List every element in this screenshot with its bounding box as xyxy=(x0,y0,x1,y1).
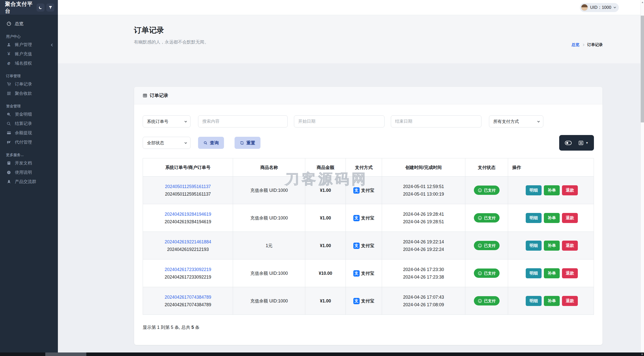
refund-button[interactable]: 退款 xyxy=(562,185,578,195)
chevron-down-icon xyxy=(537,120,540,122)
theme-button[interactable] xyxy=(46,4,54,12)
col-method: 支付方式 xyxy=(346,158,382,176)
vertical-scrollbar-thumb[interactable] xyxy=(641,16,644,122)
table-summary: 显示第 1 到第 5 条, 总共 5 条 xyxy=(143,324,594,330)
detail-button[interactable]: 明细 xyxy=(526,241,542,251)
merchant-order-no: 2024042617074384789 xyxy=(165,302,211,307)
status-select[interactable]: 全部状态 xyxy=(143,137,191,149)
sidebar-item-payout-manage[interactable]: 代付管理 xyxy=(0,138,58,147)
order-number-link[interactable]: 2024042617233092219 xyxy=(143,266,233,273)
order-number-link[interactable]: 2024050112595161137 xyxy=(143,183,233,190)
dark-mode-button[interactable] xyxy=(36,4,45,12)
refresh-icon xyxy=(240,141,244,145)
product-name: 1元 xyxy=(233,232,305,259)
columns-dropdown-button[interactable]: ▼ xyxy=(578,140,588,146)
list-icon xyxy=(578,140,584,146)
merchant-order-no: 2024042619284194619 xyxy=(165,219,211,224)
supplement-button[interactable]: 补单 xyxy=(544,268,560,278)
sidebar-item-label: 域名授权 xyxy=(15,60,32,66)
supplement-button[interactable]: 补单 xyxy=(544,296,560,306)
sidebar-section-user: 用户中心 xyxy=(0,33,58,40)
sidebar-item-dev-docs[interactable]: 开发文档 xyxy=(0,158,58,168)
user-menu[interactable]: UID：1000 xyxy=(580,3,619,12)
product-name: 充值余额 UID:1000 xyxy=(233,204,305,232)
alipay-icon: 支 xyxy=(353,298,360,304)
reset-button[interactable]: 重置 xyxy=(235,137,260,149)
start-date-input[interactable] xyxy=(294,115,385,127)
refund-button[interactable]: 退款 xyxy=(562,213,578,223)
sidebar-item-aggregate-collect[interactable]: 聚合收款 xyxy=(0,89,58,98)
detail-button[interactable]: 明细 xyxy=(526,296,542,306)
sidebar-item-account-recharge[interactable]: ¥ 账户充值 xyxy=(0,49,58,59)
order-number-link[interactable]: 2024042617074384789 xyxy=(143,293,233,301)
status-badge: 已支付 xyxy=(474,186,500,195)
merchant-order-no: 2024050112595161137 xyxy=(165,192,211,197)
sidebar-item-label: 资金明细 xyxy=(15,111,32,117)
order-type-select[interactable]: 系统订单号 xyxy=(143,115,191,127)
table-row: 20240426192841946192024042619284194619 充… xyxy=(143,204,594,232)
chevron-down-icon xyxy=(184,141,187,144)
search-icon xyxy=(6,121,12,126)
times: 2024-04-26 17:07:432024-04-26 17:08:09 xyxy=(382,287,465,315)
table-row: 20240501125951611372024050112595161137 充… xyxy=(143,176,594,204)
amount: ¥10.00 xyxy=(305,259,346,287)
times: 2024-04-26 19:28:412024-04-26 19:28:51 xyxy=(382,204,465,232)
supplement-button[interactable]: 补单 xyxy=(544,213,560,223)
caret-down-icon: ▼ xyxy=(586,141,588,144)
pay-method-select[interactable]: 所有支付方式 xyxy=(489,115,543,127)
supplement-button[interactable]: 补单 xyxy=(544,241,560,251)
moon-icon xyxy=(39,6,43,10)
detail-button[interactable]: 明细 xyxy=(526,213,542,223)
filter-row-2: 全部状态 查询 重置 xyxy=(143,135,594,151)
sidebar-item-fund-details[interactable]: $ 资金明细 xyxy=(0,110,58,119)
detail-button[interactable]: 明细 xyxy=(526,185,542,195)
dashboard-icon xyxy=(6,21,12,26)
search-input[interactable] xyxy=(198,115,288,127)
fullscreen-toggle[interactable] xyxy=(565,141,572,145)
status-badge: 已支付 xyxy=(474,269,500,278)
alipay-icon: 支 xyxy=(353,215,360,221)
sidebar-item-usage-guide[interactable]: ? 使用说明 xyxy=(0,168,58,177)
product-name: 充值余额 UID:1000 xyxy=(233,176,305,204)
sidebar-item-label: 总览 xyxy=(15,21,23,27)
sidebar-item-withdraw[interactable]: 余额提现 xyxy=(0,128,58,138)
scroll-up-arrow[interactable]: ▲ xyxy=(641,1,644,4)
sidebar-item-account-manage[interactable]: 账户管理 xyxy=(0,40,58,49)
supplement-button[interactable]: 补单 xyxy=(544,185,560,195)
sidebar-item-label: 聚合收款 xyxy=(15,91,32,96)
book-icon xyxy=(6,161,12,165)
refund-button[interactable]: 退款 xyxy=(562,296,578,306)
status-badge: 已支付 xyxy=(474,241,500,250)
scroll-down-arrow[interactable]: ▼ xyxy=(641,353,643,356)
order-number-link[interactable]: 2024042619221461884 xyxy=(143,238,233,246)
refund-button[interactable]: 退款 xyxy=(562,241,578,251)
query-button[interactable]: 查询 xyxy=(198,137,224,149)
sidebar-section-order: 订单管理 xyxy=(0,72,58,79)
horizontal-scrollbar[interactable]: ▼ xyxy=(0,352,644,356)
order-number-link[interactable]: 2024042619284194619 xyxy=(143,210,233,218)
sidebar-item-domain-auth[interactable]: e 域名授权 xyxy=(0,59,58,68)
merchant-order-no: 2024042617233092219 xyxy=(165,275,211,280)
vertical-scrollbar[interactable]: ▲ xyxy=(640,0,644,352)
sidebar-item-label: 余额提现 xyxy=(15,130,32,136)
topbar: UID：1000 xyxy=(58,0,640,15)
horizontal-scrollbar-thumb[interactable] xyxy=(45,352,86,356)
status-badge: 已支付 xyxy=(474,213,500,222)
sidebar-item-product-group[interactable]: 产品交流群 xyxy=(0,177,58,186)
refund-button[interactable]: 退款 xyxy=(562,268,578,278)
detail-button[interactable]: 明细 xyxy=(526,268,542,278)
breadcrumb-home-link[interactable]: 总览 xyxy=(572,42,579,48)
card-body: 系统订单号 所有支付方式 全部状态 xyxy=(134,104,602,345)
product-name: 充值余额 UID:1000 xyxy=(233,287,305,315)
uid-label: UID：1000 xyxy=(590,5,611,10)
orders-table: 系统订单号/商户订单号 商品名称 商品金额 支付方式 创建时间/完成时间 支付状… xyxy=(143,158,594,315)
alipay-icon: 支 xyxy=(353,243,360,249)
sidebar-item-overview[interactable]: 总览 xyxy=(0,19,58,28)
table-row: 20240426170743847892024042617074384789 充… xyxy=(143,287,594,315)
amount: ¥1.00 xyxy=(305,232,346,259)
end-date-input[interactable] xyxy=(391,115,481,127)
sidebar-logo-row: 聚合支付平台 xyxy=(0,0,58,15)
sidebar-item-settlement-records[interactable]: 结算记录 xyxy=(0,119,58,128)
sidebar-item-order-records[interactable]: 订单记录 xyxy=(0,79,58,89)
product-name: 充值余额 UID:1000 xyxy=(233,259,305,287)
